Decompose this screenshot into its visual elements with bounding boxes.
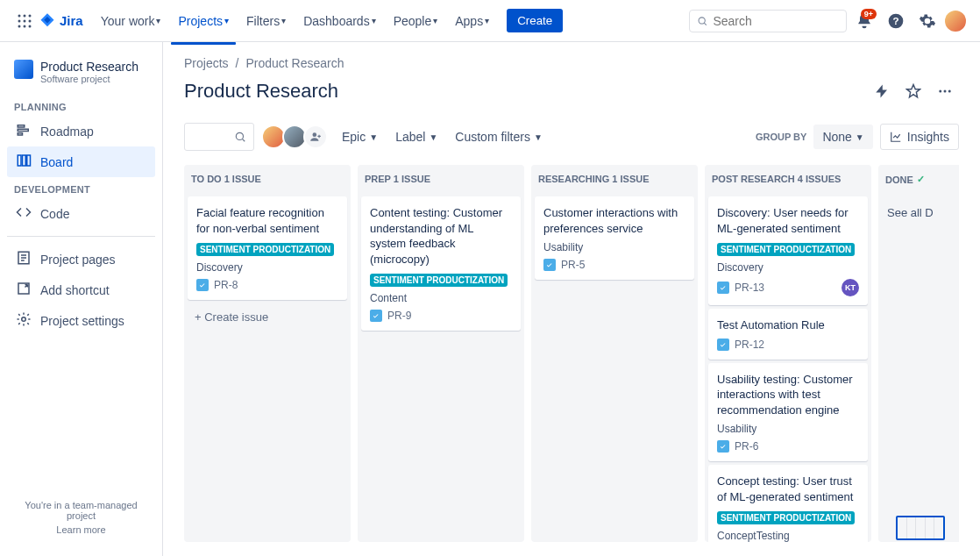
breadcrumb: Projects / Product Research <box>184 56 959 70</box>
custom-filters[interactable]: Custom filters▼ <box>451 125 545 149</box>
epic-tag: SENTIMENT PRODUCTIZATION <box>717 243 855 256</box>
global-search-input[interactable] <box>713 14 839 28</box>
learn-more-link[interactable]: Learn more <box>14 524 148 535</box>
column-prep: PREP 1 ISSUEContent testing: Customer un… <box>358 165 524 542</box>
app-switcher-icon[interactable] <box>14 11 35 32</box>
svg-point-1 <box>24 14 26 17</box>
sidebar-item-roadmap[interactable]: Roadmap <box>7 116 155 146</box>
issue-card[interactable]: Content testing: Customer understanding … <box>361 196 521 331</box>
svg-rect-17 <box>27 155 31 166</box>
sidebar-item-board[interactable]: Board <box>7 146 155 177</box>
svg-rect-14 <box>18 133 22 135</box>
svg-text:?: ? <box>892 15 898 26</box>
sidebar-item-project-pages[interactable]: Project pages <box>7 244 155 274</box>
label-tag: Usability <box>543 241 685 253</box>
project-pages-icon <box>16 250 32 268</box>
epic-tag: SENTIMENT PRODUCTIZATION <box>196 243 334 256</box>
create-button[interactable]: Create <box>507 9 563 32</box>
nav-people[interactable]: People ▾ <box>387 9 445 33</box>
issue-card[interactable]: Concept testing: User trust of ML-genera… <box>708 465 868 542</box>
group-by-select[interactable]: None▼ <box>813 125 872 149</box>
column-header: TO DO 1 ISSUE <box>184 165 351 193</box>
task-icon <box>196 279 209 291</box>
column-header: PREP 1 ISSUE <box>358 165 524 193</box>
issue-card[interactable]: Facial feature recognition for non-verba… <box>188 196 347 300</box>
settings-icon[interactable] <box>913 7 941 35</box>
nav-apps[interactable]: Apps ▾ <box>448 9 496 33</box>
assignee-avatar[interactable]: KT <box>842 279 859 296</box>
column-header: POST RESEARCH 4 ISSUES <box>705 165 871 193</box>
breadcrumb-projects[interactable]: Projects <box>184 56 229 70</box>
svg-point-6 <box>18 25 21 27</box>
sidebar-divider <box>7 236 155 237</box>
svg-point-0 <box>18 14 21 17</box>
task-icon <box>370 310 382 322</box>
nav-projects[interactable]: Projects ▾ <box>171 9 236 33</box>
column-done: DONE ✓See all D <box>878 165 959 542</box>
issue-key: PR-5 <box>561 259 585 271</box>
star-icon[interactable] <box>899 77 927 105</box>
svg-rect-13 <box>18 129 28 131</box>
sidebar-item-project-settings[interactable]: Project settings <box>7 305 155 336</box>
card-title: Facial feature recognition for non-verba… <box>196 205 338 236</box>
task-icon <box>717 440 729 453</box>
epic-filter[interactable]: Epic▼ <box>338 125 381 149</box>
svg-point-5 <box>29 19 32 22</box>
nav-dashboards[interactable]: Dashboards ▾ <box>296 9 383 33</box>
sidebar-item-code[interactable]: Code <box>7 198 155 229</box>
card-title: Customer interactions with preferences s… <box>543 205 685 236</box>
code-icon <box>16 204 32 223</box>
issue-card[interactable]: Test Automation RulePR-12 <box>708 309 868 360</box>
label-tag: Discovery <box>717 261 859 274</box>
svg-point-25 <box>313 132 317 137</box>
svg-rect-12 <box>18 125 25 127</box>
svg-point-20 <box>22 317 26 322</box>
epic-tag: SENTIMENT PRODUCTIZATION <box>370 274 508 287</box>
nav-filters[interactable]: Filters ▾ <box>239 9 293 33</box>
sidebar-footer-text: You're in a team-managed project <box>25 500 137 521</box>
issue-card[interactable]: Discovery: User needs for ML-generated s… <box>708 196 868 305</box>
svg-point-21 <box>939 90 941 93</box>
notifications-icon[interactable]: 9+ <box>850 7 878 35</box>
label-tag: Discovery <box>196 261 338 274</box>
app-name: Jira <box>60 13 83 28</box>
board-icon <box>16 153 32 171</box>
svg-point-8 <box>29 25 32 27</box>
board-search[interactable] <box>184 123 254 151</box>
breadcrumb-project[interactable]: Product Research <box>245 56 344 70</box>
svg-point-24 <box>236 132 243 139</box>
insights-button[interactable]: Insights <box>880 124 959 150</box>
issue-key: PR-12 <box>735 339 764 351</box>
help-icon[interactable]: ? <box>882 7 910 35</box>
development-section-label: DEVELOPMENT <box>7 177 155 198</box>
issue-card[interactable]: Usability testing: Customer interactions… <box>708 363 868 462</box>
label-tag: Usability <box>717 423 859 435</box>
automation-icon[interactable] <box>868 77 896 105</box>
nav-your-work[interactable]: Your work ▾ <box>94 9 168 33</box>
svg-point-2 <box>29 14 32 17</box>
svg-point-9 <box>699 17 705 23</box>
label-tag: Content <box>370 292 512 304</box>
issue-key: PR-8 <box>214 279 238 291</box>
svg-rect-15 <box>18 155 21 166</box>
sidebar-project-type: Software project <box>40 74 138 84</box>
issue-card[interactable]: Customer interactions with preferences s… <box>535 196 694 280</box>
card-title: Concept testing: User trust of ML-genera… <box>717 474 859 504</box>
svg-point-4 <box>24 19 26 22</box>
create-issue-button[interactable]: + Create issue <box>188 303 347 331</box>
page-title: Product Research <box>184 80 338 103</box>
sidebar-item-add-shortcut[interactable]: Add shortcut <box>7 274 155 305</box>
column-header: RESEARCHING 1 ISSUE <box>531 165 698 193</box>
see-all-done[interactable]: See all D <box>882 197 959 228</box>
task-icon <box>717 339 729 351</box>
more-icon[interactable] <box>931 77 959 105</box>
task-icon <box>717 282 729 294</box>
card-title: Usability testing: Customer interactions… <box>717 372 859 418</box>
user-avatar[interactable] <box>945 11 966 32</box>
board-minimap[interactable] <box>896 516 955 540</box>
label-filter[interactable]: Label▼ <box>392 125 441 149</box>
add-member-button[interactable] <box>303 125 328 149</box>
notification-badge: 9+ <box>861 9 877 19</box>
jira-logo[interactable]: Jira <box>39 12 83 30</box>
global-search[interactable] <box>689 10 847 32</box>
